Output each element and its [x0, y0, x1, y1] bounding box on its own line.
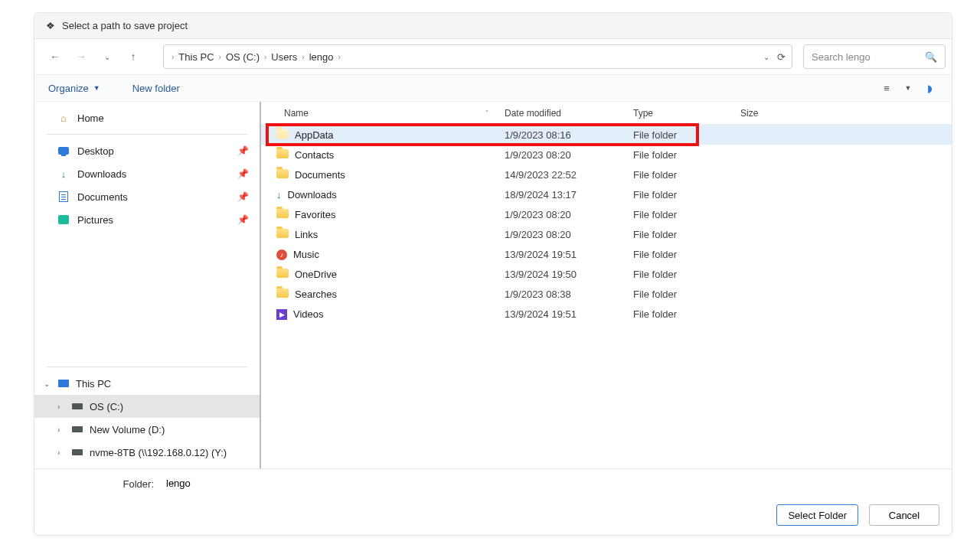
file-row[interactable]: Searches1/9/2023 08:38File folder — [261, 284, 952, 304]
file-row[interactable]: AppData1/9/2023 08:16File folder — [261, 125, 952, 145]
file-pane: Name ˄ Date modified Type Size AppData1/… — [261, 102, 952, 468]
file-rows: AppData1/9/2023 08:16File folderContacts… — [261, 125, 952, 468]
cancel-button[interactable]: Cancel — [869, 504, 939, 526]
search-input[interactable]: Search lengo 🔍 — [803, 44, 946, 69]
refresh-button[interactable]: ⟳ — [777, 51, 786, 63]
pin-icon: 📌 — [237, 237, 249, 248]
folder-icon — [276, 209, 289, 220]
breadcrumb-segment[interactable]: lengo — [306, 51, 337, 63]
chevron-down-icon: ⌄ — [44, 380, 54, 388]
file-row[interactable]: ▶Videos13/9/2024 19:51File folder — [261, 304, 952, 324]
sort-ascending-icon: ˄ — [485, 109, 489, 117]
separator — [47, 134, 247, 135]
file-type: File folder — [633, 269, 740, 280]
file-date: 13/9/2024 19:51 — [505, 249, 633, 260]
file-date: 1/9/2023 08:20 — [505, 149, 633, 161]
sidebar-quick-desktop[interactable]: Desktop📌 — [34, 139, 260, 162]
file-type: File folder — [633, 289, 740, 300]
nav-row: ← → ⌄ ↑ › This PC › OS (C:) › Users › le… — [34, 39, 952, 74]
sidebar: ⌂ Home Desktop📌↓Downloads📌Documents📌Pict… — [34, 102, 261, 468]
download-icon: ↓ — [276, 189, 282, 201]
titlebar: ❖ Select a path to save project — [34, 13, 952, 39]
toolbar: Organize ▼ New folder ≡ ▼ ◗ — [34, 74, 952, 102]
sidebar-quick-documents[interactable]: Documents📌 — [34, 185, 260, 208]
search-icon: 🔍 — [925, 51, 937, 63]
column-type[interactable]: Type — [633, 108, 740, 119]
chevron-right-icon: › — [263, 53, 268, 61]
file-row[interactable]: Contacts1/9/2023 08:20File folder — [261, 145, 952, 165]
file-name: Videos — [293, 308, 324, 320]
tree-this-pc[interactable]: ⌄This PC — [34, 372, 260, 395]
new-folder-button[interactable]: New folder — [132, 83, 180, 94]
file-row[interactable]: Links1/9/2023 08:20File folder — [261, 224, 952, 244]
address-bar[interactable]: › This PC › OS (C:) › Users › lengo › ⌄ … — [163, 44, 792, 69]
file-name: Links — [295, 229, 318, 240]
tree-drive[interactable]: ›OS (C:) — [34, 395, 260, 418]
sidebar-home[interactable]: ⌂ Home — [34, 106, 260, 129]
file-type: File folder — [633, 129, 740, 141]
file-row[interactable]: Favorites1/9/2023 08:20File folder — [261, 204, 952, 224]
folder-icon — [276, 149, 289, 161]
folder-input[interactable] — [163, 475, 939, 492]
pin-icon: 📌 — [237, 145, 249, 156]
forward-button[interactable]: → — [70, 45, 93, 68]
chevron-right-icon: › — [336, 53, 341, 61]
help-icon[interactable]: ◗ — [921, 83, 938, 94]
tree-drive[interactable]: ›New Volume (D:) — [34, 418, 260, 441]
pc-icon — [57, 377, 70, 390]
video-icon: ▶ — [276, 308, 287, 320]
drive-icon — [71, 423, 83, 435]
file-name: AppData — [295, 129, 334, 141]
file-date: 18/9/2024 13:17 — [505, 189, 633, 201]
file-name: OneDrive — [295, 269, 337, 280]
select-folder-button[interactable]: Select Folder — [776, 504, 858, 526]
search-placeholder: Search lengo — [812, 51, 871, 63]
file-type: File folder — [633, 189, 740, 201]
view-list-icon[interactable]: ≡ — [878, 83, 895, 94]
column-name[interactable]: Name ˄ — [261, 108, 505, 119]
drive-icon — [71, 446, 83, 458]
file-type: File folder — [633, 229, 740, 240]
file-name: Contacts — [295, 149, 334, 161]
file-date: 1/9/2023 08:16 — [505, 129, 633, 141]
file-type: File folder — [633, 209, 740, 220]
column-date[interactable]: Date modified — [505, 108, 633, 119]
recent-dropdown[interactable]: ⌄ — [96, 45, 119, 68]
up-button[interactable]: ↑ — [122, 45, 145, 68]
sidebar-quick-pictures[interactable]: Pictures📌 — [34, 208, 260, 231]
file-row[interactable]: ↓Downloads18/9/2024 13:17File folder — [261, 184, 952, 204]
pin-icon: 📌 — [237, 214, 249, 225]
folder-icon — [276, 269, 289, 280]
sidebar-quick-downloads[interactable]: ↓Downloads📌 — [34, 162, 260, 185]
tree-drive[interactable]: ›nvme-8TB (\\192.168.0.12) (Y:) — [34, 441, 260, 464]
file-date: 1/9/2023 08:20 — [505, 209, 633, 220]
dialog-bottom: Folder: Select Folder Cancel — [34, 468, 952, 535]
docs-icon — [57, 191, 70, 203]
back-button[interactable]: ← — [44, 45, 67, 68]
view-dropdown-icon[interactable]: ▼ — [900, 84, 916, 92]
breadcrumb-segment[interactable]: This PC — [175, 51, 217, 63]
file-row[interactable]: ♪Music13/9/2024 19:51File folder — [261, 244, 952, 264]
file-date: 1/9/2023 08:20 — [505, 229, 633, 240]
chevron-right-icon: › — [57, 425, 68, 434]
download-icon: ↓ — [57, 168, 70, 180]
organize-button[interactable]: Organize ▼ — [48, 83, 100, 94]
home-icon: ⌂ — [57, 112, 70, 124]
file-row[interactable]: Documents14/9/2023 22:52File folder — [261, 165, 952, 184]
folder-pale-icon — [276, 129, 289, 141]
file-name: Downloads — [288, 189, 337, 201]
file-row[interactable]: OneDrive13/9/2024 19:50File folder — [261, 264, 952, 284]
file-type: File folder — [633, 308, 740, 320]
column-headers: Name ˄ Date modified Type Size — [261, 102, 952, 125]
music-icon: ♪ — [276, 248, 287, 260]
pics-icon — [57, 214, 70, 226]
chevron-right-icon: › — [217, 53, 223, 61]
column-size[interactable]: Size — [740, 108, 809, 119]
breadcrumb-segment[interactable]: OS (C:) — [223, 51, 263, 63]
pin-icon: 📌 — [237, 191, 249, 202]
breadcrumb-segment[interactable]: Users — [268, 51, 300, 63]
chevron-right-icon: › — [300, 53, 305, 61]
file-date: 14/9/2023 22:52 — [505, 169, 633, 181]
drive-icon — [71, 400, 83, 412]
address-dropdown-icon[interactable]: ⌄ — [763, 53, 769, 61]
